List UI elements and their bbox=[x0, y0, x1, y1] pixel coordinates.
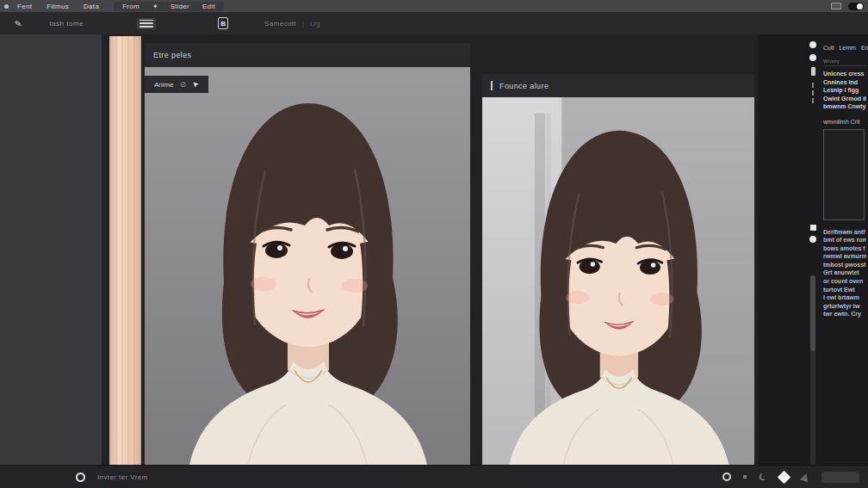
panel-properties: Unicnes cress Cnnines Ind Lesnip I figg … bbox=[823, 70, 866, 111]
tool-tick-icon-3 bbox=[812, 98, 814, 103]
description-line: bmt of ews rum bbox=[823, 236, 866, 244]
tool-circle-icon[interactable] bbox=[809, 41, 816, 48]
tool-circle-icon-2[interactable] bbox=[809, 54, 816, 61]
menu-item-2[interactable]: Data bbox=[84, 3, 99, 10]
slash-circle-icon: ⊘ bbox=[180, 80, 187, 89]
properties-panel: Cutl Lemm Entm Wmmy Unicnes cress Cnnine… bbox=[758, 34, 868, 465]
workspace: Etre peles bbox=[0, 34, 868, 465]
property-line: Cnnines Ind bbox=[823, 78, 866, 87]
description-line: I ewl brtawm bbox=[823, 293, 866, 302]
project-label[interactable]: Samecott bbox=[264, 20, 296, 28]
menubar-right-controls bbox=[831, 3, 868, 10]
panel-subheading: wmmlimh Crit bbox=[823, 119, 866, 125]
tool-circle-icon-3[interactable] bbox=[809, 236, 816, 243]
image-editor-app: Fent Fitmus Data From ✦ Slider Edit ✎ ta… bbox=[0, 0, 868, 488]
right-image-title-label: Founce alure bbox=[499, 82, 549, 90]
toggle-knob bbox=[857, 3, 863, 9]
document-name[interactable]: tash tome bbox=[49, 20, 84, 28]
description-line: turtovt Ewt bbox=[823, 286, 866, 294]
toolbar: ✎ tash tome B Samecott | Lrg bbox=[0, 12, 868, 34]
description-line: bows amotes f bbox=[823, 244, 866, 253]
right-portrait-photo[interactable] bbox=[482, 97, 754, 465]
menu-item-5[interactable]: Edit bbox=[202, 3, 215, 10]
description-line: tmbost pwosst bbox=[823, 261, 866, 269]
hamburger-menu-icon[interactable] bbox=[137, 18, 156, 29]
style-badge[interactable]: Anime ⊘ ➤ bbox=[145, 76, 208, 93]
window-icon[interactable] bbox=[831, 3, 841, 9]
tool-square-icon[interactable] bbox=[810, 225, 816, 231]
right-image-title[interactable]: Founce alure bbox=[482, 74, 754, 97]
menubar: Fent Fitmus Data From ✦ Slider Edit bbox=[0, 0, 868, 12]
property-line: Lesnip I figg bbox=[823, 86, 866, 95]
tool-tick-icon bbox=[812, 83, 814, 88]
tool-tick-icon-2 bbox=[812, 90, 814, 96]
text-cursor-icon bbox=[491, 81, 493, 90]
panel-tab-2[interactable]: Entm bbox=[861, 45, 868, 51]
zoom-label: Lrg bbox=[310, 20, 320, 28]
description-line: Derlfmwm antf bbox=[823, 228, 866, 237]
right-image-panel: Founce alure bbox=[482, 74, 754, 465]
panel-section-label: Wmmy bbox=[823, 59, 866, 66]
property-line: Cwint Grmod it bbox=[823, 95, 866, 103]
dot-icon[interactable] bbox=[743, 475, 747, 479]
panel-description: Derlfmwm antf bmt of ews rum bows amotes… bbox=[823, 228, 866, 319]
scrollbar-thumb[interactable] bbox=[810, 275, 815, 351]
panel-content: Cutl Lemm Entm Wmmy Unicnes cress Cnnine… bbox=[823, 45, 866, 318]
bold-icon[interactable]: B bbox=[218, 17, 228, 29]
ring-icon[interactable] bbox=[722, 473, 731, 481]
cursor-icon: ✦ bbox=[152, 3, 158, 10]
cursor-arrow-icon: ➤ bbox=[190, 79, 201, 90]
menu-segment: From ✦ Slider Edit bbox=[114, 2, 224, 11]
property-line: Unicnes cress bbox=[823, 70, 866, 78]
panel-tool-strip bbox=[808, 41, 818, 465]
menu-item-4[interactable]: Slider bbox=[170, 3, 189, 10]
preview-box bbox=[823, 129, 865, 220]
status-text: Invter ter Vrem bbox=[97, 473, 148, 481]
panel-tab-1[interactable]: Lemm bbox=[839, 45, 855, 51]
statusbar: Invter ter Vrem ☾ bbox=[0, 465, 868, 488]
tool-bar-icon[interactable] bbox=[811, 67, 815, 76]
status-input[interactable] bbox=[822, 472, 859, 483]
divider: | bbox=[302, 20, 304, 28]
left-portrait-photo[interactable]: Anime ⊘ ➤ bbox=[145, 67, 470, 465]
menu-item-1[interactable]: Fitmus bbox=[46, 3, 69, 10]
portrait-right-image bbox=[482, 97, 754, 465]
panel-tab-0[interactable]: Cutl bbox=[823, 45, 834, 51]
panel-tabs: Cutl Lemm Entm bbox=[823, 45, 866, 51]
description-line: or count oven bbox=[823, 277, 866, 286]
panel-scrollbar[interactable] bbox=[810, 275, 815, 465]
style-badge-label: Anime bbox=[154, 81, 174, 89]
left-gutter bbox=[0, 34, 102, 465]
left-image-panel: Etre peles bbox=[145, 43, 470, 465]
diamond-icon[interactable] bbox=[778, 470, 791, 484]
menu-item-3[interactable]: From bbox=[122, 3, 140, 10]
portrait-left-image bbox=[145, 67, 470, 465]
description-line: grturlwtyr tw bbox=[823, 302, 866, 311]
property-line: bmwnm Cnwty/C bbox=[823, 102, 866, 111]
record-icon[interactable] bbox=[76, 473, 85, 482]
moon-icon[interactable]: ☾ bbox=[758, 471, 769, 483]
triangle-icon[interactable] bbox=[800, 472, 810, 482]
wood-plank bbox=[109, 36, 141, 465]
app-icon bbox=[4, 4, 9, 9]
statusbar-right-controls: ☾ bbox=[722, 472, 868, 483]
description-line: twr ewtn. Cry bbox=[823, 310, 866, 318]
dark-mode-toggle[interactable] bbox=[848, 3, 864, 10]
pen-icon[interactable]: ✎ bbox=[14, 18, 22, 28]
menu-item-0[interactable]: Fent bbox=[17, 3, 32, 10]
left-image-title-label: Etre peles bbox=[153, 51, 192, 59]
left-image-title[interactable]: Etre peles bbox=[145, 43, 470, 67]
description-line: rwmwl avmurm bbox=[823, 252, 866, 261]
description-line: Grt anurwtet bbox=[823, 269, 866, 277]
